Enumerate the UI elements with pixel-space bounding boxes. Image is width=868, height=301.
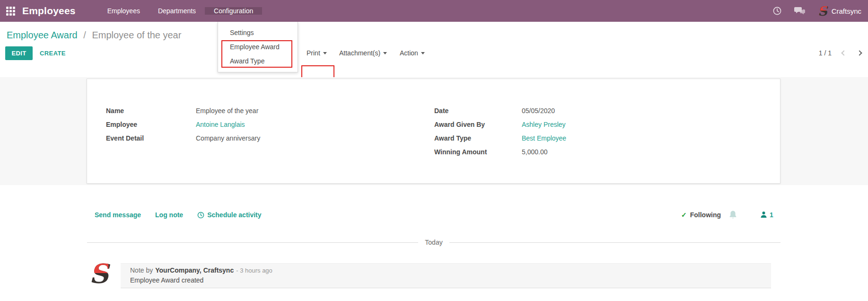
action-button[interactable]: Action xyxy=(400,44,425,62)
breadcrumb-current: Employee of the year xyxy=(92,30,181,40)
chevron-left-icon[interactable] xyxy=(841,50,846,55)
field-award-given-by: Award Given By Ashley Presley xyxy=(434,120,566,129)
send-message-button[interactable]: Send message xyxy=(95,211,141,219)
schedule-clock-icon xyxy=(197,212,204,219)
field-date-value: 05/05/2020 xyxy=(522,107,555,115)
pager-counter: 1 / 1 xyxy=(819,49,832,57)
message-note: Note by YourCompany, Craftsync - 3 hours… xyxy=(121,263,771,288)
user-name: Craftsync xyxy=(832,7,861,15)
schedule-activity-button[interactable]: Schedule activity xyxy=(197,211,261,219)
chatter-toolbar: Send message Log note Schedule activity xyxy=(95,211,262,219)
breadcrumb-separator: / xyxy=(83,30,86,40)
field-name-value: Employee of the year xyxy=(196,107,258,115)
navbar-menus: Employees Departments Configuration xyxy=(98,7,263,15)
top-navbar: Employees Employees Departments Configur… xyxy=(0,0,868,22)
message-body: Employee Award created xyxy=(130,276,771,284)
caret-down-icon xyxy=(323,52,327,54)
check-icon: ✓ xyxy=(681,211,687,219)
message-timestamp: - 3 hours ago xyxy=(236,267,272,274)
craftsync-logo-avatar: S S xyxy=(89,260,108,285)
edit-button[interactable]: EDIT xyxy=(5,46,33,60)
user-menu[interactable]: S S Craftsync xyxy=(818,5,861,18)
chatter: Send message Log note Schedule activity … xyxy=(0,185,868,301)
configuration-dropdown: Settings Employee Award Award Type xyxy=(218,22,298,72)
dropdown-item-employee-award[interactable]: Employee Award xyxy=(218,40,298,54)
field-winning-amount-value: 5,000.00 xyxy=(522,148,548,156)
app-window: Employees Employees Departments Configur… xyxy=(0,0,868,301)
field-award-type-value-link[interactable]: Best Employee xyxy=(522,134,566,142)
chevron-right-icon[interactable] xyxy=(857,50,862,55)
field-name: Name Employee of the year xyxy=(106,106,260,115)
field-employee-value-link[interactable]: Antoine Langlais xyxy=(196,121,245,128)
employee-award-form: Name Employee of the year Employee Antoi… xyxy=(87,79,780,184)
menu-departments[interactable]: Departments xyxy=(149,7,205,15)
field-date: Date 05/05/2020 xyxy=(434,106,566,115)
following-button[interactable]: Following xyxy=(690,211,721,219)
menu-configuration[interactable]: Configuration xyxy=(205,7,262,15)
craftsync-logo-icon: S S xyxy=(818,5,827,18)
field-event-detail-value: Company anniversary xyxy=(196,134,260,142)
bell-icon[interactable] xyxy=(729,210,737,219)
navbar-right: S S Craftsync xyxy=(772,0,868,22)
field-event-detail: Event Detail Company anniversary xyxy=(106,133,260,143)
messages-chat-icon[interactable] xyxy=(794,7,806,15)
create-button[interactable]: CREATE xyxy=(40,46,66,60)
form-right-column: Date 05/05/2020 Award Given By Ashley Pr… xyxy=(434,106,566,161)
form-left-column: Name Employee of the year Employee Antoi… xyxy=(106,106,260,147)
message-author[interactable]: YourCompany, Craftsync xyxy=(155,266,234,274)
message-prefix: Note by xyxy=(130,266,153,274)
field-winning-amount: Winning Amount 5,000.00 xyxy=(434,147,566,157)
pager: 1 / 1 xyxy=(819,44,861,62)
control-panel: Employee Award / Employee of the year ED… xyxy=(0,22,868,77)
menu-employees[interactable]: Employees xyxy=(98,7,149,15)
form-sheet-background: Name Employee of the year Employee Antoi… xyxy=(0,77,868,185)
app-title[interactable]: Employees xyxy=(22,5,76,17)
follower-person-icon xyxy=(760,211,767,218)
activities-clock-icon[interactable] xyxy=(772,6,782,16)
dropdown-item-settings[interactable]: Settings xyxy=(218,26,298,40)
today-divider: Today xyxy=(87,239,780,246)
navbar-left: Employees Employees Departments Configur… xyxy=(0,0,262,22)
followers-button[interactable]: 1 xyxy=(760,211,773,219)
caret-down-icon xyxy=(421,52,425,54)
breadcrumb-parent-link[interactable]: Employee Award xyxy=(7,30,78,40)
message-avatar: S S xyxy=(88,261,110,284)
follower-count: 1 xyxy=(770,211,773,219)
caret-down-icon xyxy=(383,52,387,54)
dropdown-item-award-type[interactable]: Award Type xyxy=(218,54,298,68)
follow-area: ✓ Following 1 xyxy=(681,210,773,219)
field-award-given-by-value-link[interactable]: Ashley Presley xyxy=(522,121,566,128)
breadcrumb: Employee Award / Employee of the year xyxy=(7,30,181,41)
field-award-type: Award Type Best Employee xyxy=(434,133,566,143)
message-header: Note by YourCompany, Craftsync - 3 hours… xyxy=(130,266,771,274)
print-button[interactable]: Print xyxy=(307,44,327,62)
field-employee: Employee Antoine Langlais xyxy=(106,120,260,129)
log-note-button[interactable]: Log note xyxy=(155,211,183,219)
attachments-button[interactable]: Attachment(s) xyxy=(339,44,387,62)
apps-grid-icon[interactable] xyxy=(6,7,15,16)
